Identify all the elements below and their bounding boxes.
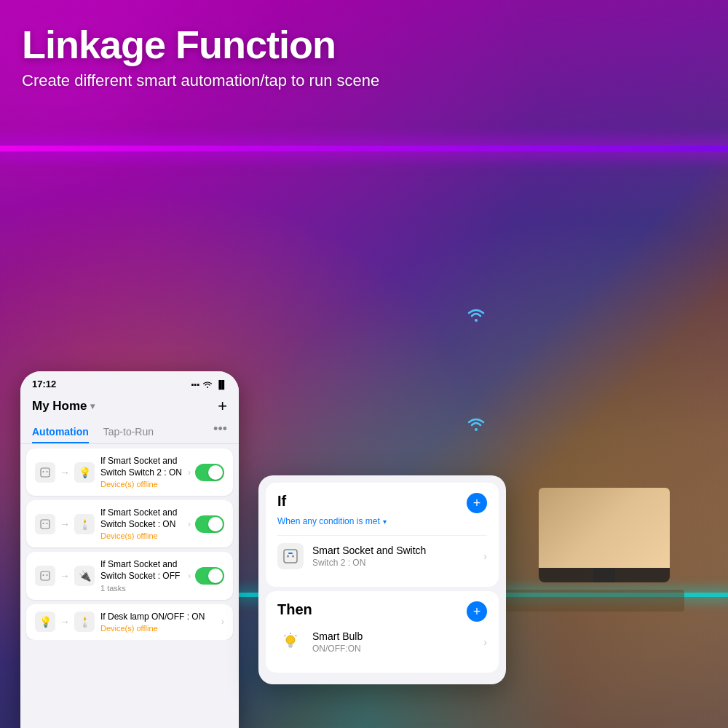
svg-point-11 xyxy=(292,555,294,558)
if-device-row[interactable]: Smart Socket and Switch Switch 2 : ON › xyxy=(277,535,487,577)
phone-header: My Home ▾ + xyxy=(20,394,239,422)
wifi-status-icon xyxy=(202,381,213,388)
if-section-header: If + xyxy=(277,493,487,513)
svg-rect-0 xyxy=(41,468,50,477)
then-add-button[interactable]: + xyxy=(467,601,487,622)
dots-menu-icon[interactable]: ••• xyxy=(213,422,227,443)
svg-rect-9 xyxy=(284,550,297,563)
auto-controls-1: › xyxy=(188,464,224,481)
arrow-icon-2: → xyxy=(60,518,70,530)
automation-item-3[interactable]: → 🔌 If Smart Socket and Switch Socket : … xyxy=(26,552,233,599)
monitor-screen xyxy=(539,488,670,568)
svg-point-7 xyxy=(43,574,44,576)
status-icons: ▪▪▪ ▐▌ xyxy=(191,380,227,389)
if-section-title: If xyxy=(277,493,286,510)
toggle-switch-1[interactable] xyxy=(195,464,224,481)
condition-text[interactable]: When any condition is met ▾ xyxy=(277,516,487,526)
card-bottom-spacer xyxy=(258,677,506,684)
svg-rect-3 xyxy=(41,520,50,529)
then-section: Then + Smart Bulb ON/OFF:ON › xyxy=(266,591,499,673)
then-row-chevron-icon: › xyxy=(483,636,487,648)
arrow-icon-4: → xyxy=(60,616,70,628)
auto-icon-desk-lamp-4: 🕯️ xyxy=(74,612,95,632)
auto-subtitle-4: Device(s) offline xyxy=(100,624,221,633)
toggle-switch-3[interactable] xyxy=(195,567,224,585)
auto-icon-area-1: → 💡 xyxy=(35,462,95,483)
time-label: 17:12 xyxy=(32,379,56,389)
signal-icon: ▪▪▪ xyxy=(191,380,200,389)
ceiling-led-strip xyxy=(0,146,728,151)
phone-mockup: 17:12 ▪▪▪ ▐▌ My Home ▾ + Automation Tap-… xyxy=(20,371,239,728)
then-device-name: Smart Bulb xyxy=(312,630,483,642)
if-row-chevron-icon: › xyxy=(483,550,487,562)
header-overlay: Linkage Function Create different smart … xyxy=(22,22,706,90)
auto-icon-socket-1 xyxy=(35,462,55,483)
svg-point-2 xyxy=(47,471,48,472)
arrow-icon-3: → xyxy=(60,570,70,582)
if-device-name: Smart Socket and Switch xyxy=(312,545,483,556)
auto-title-2: If Smart Socket and Switch Socket : ON xyxy=(100,507,188,530)
auto-icon-lamp-2: 🕯️ xyxy=(74,514,95,534)
battery-status-icon: ▐▌ xyxy=(215,380,227,389)
automation-item-2[interactable]: → 🕯️ If Smart Socket and Switch Socket :… xyxy=(26,500,233,547)
auto-subtitle-2: Device(s) offline xyxy=(100,531,188,540)
then-device-info: Smart Bulb ON/OFF:ON xyxy=(312,630,483,654)
status-bar: 17:12 ▪▪▪ ▐▌ xyxy=(20,371,239,394)
automation-item-1[interactable]: → 💡 If Smart Socket and Switch Switch 2 … xyxy=(26,448,233,496)
home-text: My Home xyxy=(32,399,87,414)
home-chevron-icon: ▾ xyxy=(90,401,95,411)
toggle-switch-2[interactable] xyxy=(195,515,224,533)
automation-item-4[interactable]: 💡 → 🕯️ If Desk lamp ON/OFF : ON Device(s… xyxy=(26,604,233,641)
svg-rect-6 xyxy=(41,571,50,580)
automations-list: → 💡 If Smart Socket and Switch Switch 2 … xyxy=(20,444,239,640)
auto-controls-3: › xyxy=(188,567,224,585)
chevron-right-1: › xyxy=(188,467,191,478)
svg-rect-12 xyxy=(288,553,293,554)
condition-chevron-icon: ▾ xyxy=(383,518,387,526)
card-panel: If + When any condition is met ▾ Smart S… xyxy=(258,475,506,684)
svg-line-17 xyxy=(296,636,296,636)
my-home-label[interactable]: My Home ▾ xyxy=(32,399,95,414)
chevron-right-2: › xyxy=(188,519,191,529)
auto-icon-area-2: → 🕯️ xyxy=(35,514,95,534)
svg-rect-14 xyxy=(288,644,293,646)
monitor-stand xyxy=(593,568,615,582)
wifi-icon-2 xyxy=(466,415,486,437)
svg-rect-15 xyxy=(289,646,293,648)
auto-icon-bulb-1: 💡 xyxy=(74,462,95,483)
if-device-detail: Switch 2 : ON xyxy=(312,558,483,568)
auto-title-1: If Smart Socket and Switch Switch 2 : ON xyxy=(100,456,188,478)
if-add-button[interactable]: + xyxy=(467,493,487,513)
auto-subtitle-1: Device(s) offline xyxy=(100,480,188,488)
monitor-scene xyxy=(539,488,670,582)
auto-icon-area-3: → 🔌 xyxy=(35,566,95,586)
auto-controls-2: › xyxy=(188,515,224,533)
sub-title: Create different smart automation/tap to… xyxy=(22,71,706,90)
auto-title-3: If Smart Socket and Switch Socket : OFF xyxy=(100,559,188,582)
auto-subtitle-3: 1 tasks xyxy=(100,584,188,593)
auto-icon-desk-4: 💡 xyxy=(35,612,55,632)
svg-point-5 xyxy=(47,523,48,524)
tab-bar: Automation Tap-to-Run ••• xyxy=(20,422,239,444)
condition-label: When any condition is met xyxy=(277,516,380,526)
svg-point-4 xyxy=(43,523,44,524)
if-device-info: Smart Socket and Switch Switch 2 : ON xyxy=(312,545,483,568)
auto-text-2: If Smart Socket and Switch Socket : ON D… xyxy=(100,507,188,540)
auto-icon-area-4: 💡 → 🕯️ xyxy=(35,612,95,632)
svg-point-1 xyxy=(43,471,44,472)
auto-icon-socket-3 xyxy=(35,566,55,586)
auto-text-1: If Smart Socket and Switch Switch 2 : ON… xyxy=(100,456,188,488)
auto-title-4: If Desk lamp ON/OFF : ON xyxy=(100,612,221,623)
then-section-title: Then xyxy=(277,601,312,618)
chevron-right-4: › xyxy=(221,617,224,627)
auto-icon-plug-3: 🔌 xyxy=(74,566,95,586)
auto-icon-socket-2 xyxy=(35,514,55,534)
add-home-button[interactable]: + xyxy=(218,397,227,416)
svg-point-13 xyxy=(286,636,295,644)
tab-automation[interactable]: Automation xyxy=(32,422,89,443)
then-section-header: Then + xyxy=(277,601,487,622)
svg-point-8 xyxy=(47,574,48,576)
tab-tap-to-run[interactable]: Tap-to-Run xyxy=(103,422,154,443)
then-device-row[interactable]: Smart Bulb ON/OFF:ON › xyxy=(277,625,487,662)
svg-line-18 xyxy=(285,636,285,636)
